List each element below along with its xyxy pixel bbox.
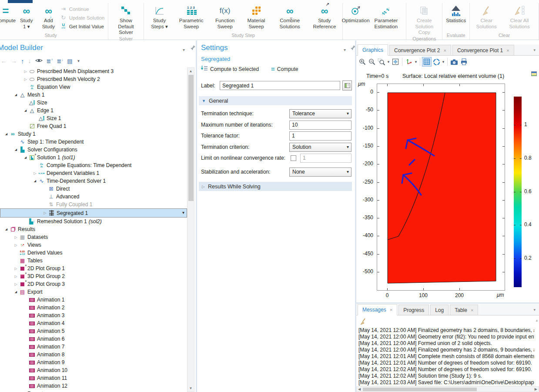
tree-item-results[interactable]: ◢Results [0,225,187,233]
tree-item-animation-7[interactable]: Animation 7 [0,343,187,351]
show-eye-icon[interactable] [35,57,43,65]
zoom-out-icon[interactable] [367,57,377,67]
tree-item-animation-2[interactable]: Animation 2 [0,304,187,312]
zoom-extents-icon[interactable] [391,57,400,67]
tree-collapsed-arrow[interactable]: ▷ [23,70,28,74]
tree-item-size[interactable]: △Size [0,99,187,107]
tree-scrollbar[interactable]: ▲ ▼ [187,67,194,392]
tabbar-dropdown-caret[interactable]: ▾ [533,48,536,52]
tree-item-fully-coupled-1[interactable]: ⇅Fully Coupled 1 [0,201,187,208]
termination-criterion-select[interactable]: Solution [289,143,352,152]
scene-update-icon[interactable] [432,57,441,67]
tree-item-compile-equations-time-dependent[interactable]: ∂u∂tCompile Equations: Time Dependent [0,161,187,169]
pin-icon[interactable] [190,44,195,52]
messages-tab-table[interactable]: Table× [450,305,478,315]
close-tab-icon[interactable]: × [506,48,509,53]
tabbar-dropdown-caret[interactable]: ▾ [533,308,536,312]
label-input[interactable]: Segregated 1 [220,81,340,90]
ribbon-button-study-reference[interactable]: ∞↗Study Reference [308,3,341,30]
tree-expanded-arrow[interactable]: ◢ [3,132,9,136]
compute-to-selected-button[interactable]: Compute to Selected [201,65,259,73]
print-icon[interactable] [459,57,469,67]
move-down-icon[interactable]: ↓ [28,57,31,64]
ribbon-button-parametric-sweep[interactable]: 1 2 3Parametric Sweep [174,3,209,30]
tree-collapsed-arrow[interactable]: ▷ [13,282,19,286]
plot-window-icon[interactable] [531,71,537,76]
tree-item-datasets[interactable]: ▷▦Datasets [0,233,187,241]
back-arrow-icon[interactable]: ← [1,57,7,64]
tree-item-segregated-1[interactable]: ▷Segregated 1 [0,208,187,218]
ribbon-button-study-steps[interactable]: Study Steps ▾ [145,3,173,30]
tree-collapsed-arrow[interactable]: ▷ [13,235,19,239]
expand-all-icon[interactable]: ≣↑ [47,58,53,64]
settings-menu-caret[interactable]: ▾ [344,45,346,53]
collapse-all-icon[interactable]: ≣↓ [57,58,63,64]
dropdown-caret[interactable]: ▾ [441,60,445,64]
tree-item-free-quad-1[interactable]: Free Quad 1 [0,122,187,130]
scroll-down-arrow[interactable]: ▼ [187,386,194,390]
tree-scrollbar-thumb[interactable] [188,75,194,201]
tree-item-animation-3[interactable]: Animation 3 [0,312,187,319]
messages-tab-progress[interactable]: Progress [398,305,429,315]
tree-collapsed-arrow[interactable]: ▷ [42,211,48,215]
tree-item-animation-10[interactable]: Animation 10 [0,366,187,374]
graphics-tab-convergence-plot-2[interactable]: Convergence Plot 2× [389,45,451,55]
tree-item-animation-6[interactable]: Animation 6 [0,335,187,343]
zoom-in-icon[interactable] [358,57,367,67]
messages-tab-log[interactable]: Log [430,305,449,315]
tree-item-size-1[interactable]: △Size 1 [0,114,187,122]
tolerance-factor-input[interactable]: 1 [289,131,352,141]
ribbon-button-study-1[interactable]: ∞Study 1 ▾ [16,3,37,30]
grid-icon[interactable] [422,57,432,67]
ribbon-button-optimization[interactable]: Optimization [344,3,368,24]
scroll-right-arrow[interactable]: ▶ [535,387,537,391]
messages-scroll-up-arrow[interactable]: ▲ [535,318,539,322]
section-general[interactable]: ▼ General [199,96,352,105]
tree-item-equation-view[interactable]: ∂u∂tEquation View [0,83,187,91]
tree-expanded-arrow[interactable]: ◢ [13,93,19,97]
ribbon-button-add-study[interactable]: ∞↓Add Study [37,3,60,30]
panel-splitter[interactable] [196,40,197,392]
tree-item-animation-12[interactable]: Animation 12 [0,382,187,390]
toolbar-dropdown-caret[interactable]: ▾ [77,59,81,63]
ribbon-button-get-initial-value[interactable]: Ut=0Get Initial Value [60,23,105,30]
dropdown-caret[interactable]: ▾ [386,60,391,64]
tree-expanded-arrow[interactable]: ◢ [13,290,19,294]
maximum-number-of-iterations-input[interactable]: 10 [289,121,352,130]
messages-tab-messages[interactable]: Messages× [358,304,397,315]
show-in-model-builder-button[interactable] [342,80,352,90]
stabilization-and-acceleration-select[interactable]: None [289,168,352,177]
tree-item-direct[interactable]: ⊠Direct [0,185,187,193]
tree-item-views[interactable]: ▷↑↗Views [0,241,187,249]
tree-expanded-arrow[interactable]: ◢ [23,109,28,112]
dropdown-caret[interactable]: ▾ [414,60,418,64]
clear-messages-broom-icon[interactable] [359,318,367,327]
compute-button[interactable]: = Compute [271,66,298,72]
tree-item-tables[interactable]: ▦Tables [0,257,187,265]
panel-splitter[interactable] [356,302,539,304]
tree-item-dependent-variables-1[interactable]: ▷u,v,wDependent Variables 1 [0,169,187,177]
tree-item-study-1[interactable]: ◢∞Study 1 [0,130,187,138]
tree-item-animation-1[interactable]: Animation 1 [0,296,187,304]
ribbon-button-statistics[interactable]: Statistics [444,3,468,24]
close-tab-icon[interactable]: × [443,48,446,53]
tree-expanded-arrow[interactable]: ◢ [13,148,19,151]
tree-item-prescribed-mesh-velocity-2[interactable]: ▷Prescribed Mesh Velocity 2 [0,75,187,83]
tree-item-2d-plot-group-1[interactable]: ▷2D Plot Group 1 [0,265,187,272]
graphics-tab-graphics[interactable]: Graphics [358,44,388,56]
tree-item-animation-5[interactable]: Animation 5 [0,327,187,335]
tree-item-reports[interactable]: ▥Reports [0,390,187,392]
hscrollbar-thumb[interactable] [363,388,477,391]
tree-item-advanced[interactable]: ⊥Advanced [0,193,187,201]
tree-collapsed-arrow[interactable]: ▷ [23,77,28,81]
plot-canvas[interactable] [377,84,505,291]
tree-item-time-dependent-solver-1[interactable]: ◢∿Time-Dependent Solver 1 [0,177,187,185]
ribbon-button-function-sweep[interactable]: f(x)Function Sweep [209,3,241,30]
tree-item-remeshed-solution-1[interactable]: ▙↓Remeshed Solution 1(sol2) [0,218,187,225]
ribbon-button-material-sweep[interactable]: Material Sweep [241,3,272,30]
tree-item-animation-8[interactable]: Animation 8 [0,351,187,358]
tree-item-derived-values[interactable]: 8.85e-12Derived Values [0,249,187,257]
tree-collapsed-arrow[interactable]: ▷ [32,171,38,175]
zoom-box-icon[interactable] [377,57,386,67]
graphics-tab-convergence-plot-1[interactable]: Convergence Plot 1× [452,45,514,55]
